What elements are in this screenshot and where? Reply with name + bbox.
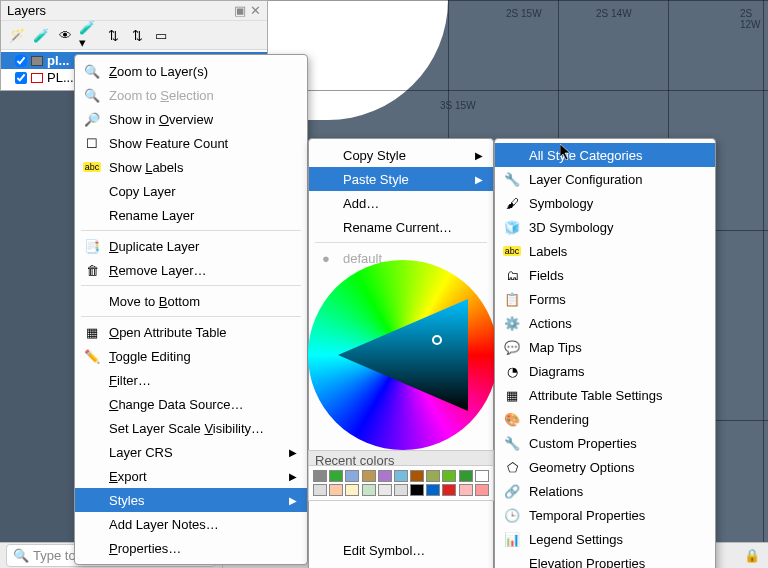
menu-item-filter[interactable]: Filter… (75, 368, 307, 392)
layer-visibility-checkbox[interactable] (15, 72, 27, 84)
menu-item-zoom-to-layer-s[interactable]: 🔍Zoom to Layer(s) (75, 59, 307, 83)
filter-icon[interactable]: 🧪 (31, 25, 51, 45)
layer-swatch (31, 56, 43, 66)
menu-item-paste-style[interactable]: Paste Style▶ (309, 167, 493, 191)
color-swatch[interactable] (475, 470, 489, 482)
abc-icon: abc (83, 158, 101, 176)
color-swatch[interactable] (313, 484, 327, 496)
menu-item-styles[interactable]: Styles▶ (75, 488, 307, 512)
color-swatch[interactable] (426, 470, 440, 482)
menu-item-label: Labels (529, 244, 705, 259)
color-swatch[interactable] (410, 470, 424, 482)
map-label: 3S 15W (440, 100, 476, 111)
layer-swatch (31, 73, 43, 83)
menu-item-map-tips[interactable]: 💬Map Tips (495, 335, 715, 359)
color-swatch[interactable] (329, 484, 343, 496)
move2-icon[interactable]: ⇅ (127, 25, 147, 45)
color-swatch[interactable] (394, 470, 408, 482)
submenu-arrow-icon: ▶ (289, 447, 297, 458)
menu-item-3d-symbology[interactable]: 🧊3D Symbology (495, 215, 715, 239)
color-swatch[interactable] (442, 470, 456, 482)
filter2-icon[interactable]: 🧪▾ (79, 25, 99, 45)
sel-icon[interactable]: ▭ (151, 25, 171, 45)
menu-item-geometry-options[interactable]: ⬠Geometry Options (495, 455, 715, 479)
menu-item-label: Styles (109, 493, 281, 508)
menu-item-custom-properties[interactable]: 🔧Custom Properties (495, 431, 715, 455)
color-swatch[interactable] (459, 470, 473, 482)
blank-icon (503, 554, 521, 568)
menu-item-all-style-categories[interactable]: All Style Categories (495, 143, 715, 167)
menu-item-label: Change Data Source… (109, 397, 297, 412)
blank-icon (83, 467, 101, 485)
panel-close-icons[interactable]: ▣ ✕ (234, 3, 261, 18)
move1-icon[interactable]: ⇅ (103, 25, 123, 45)
menu-item-symbology[interactable]: 🖌Symbology (495, 191, 715, 215)
color-swatch[interactable] (329, 470, 343, 482)
color-swatch[interactable] (394, 484, 408, 496)
color-swatch[interactable] (313, 470, 327, 482)
table-icon: ▦ (503, 386, 521, 404)
menu-item-label: Rename Layer (109, 208, 297, 223)
menu-item-actions[interactable]: ⚙️Actions (495, 311, 715, 335)
color-swatch[interactable] (362, 484, 376, 496)
color-swatch[interactable] (378, 470, 392, 482)
menu-item-layer-configuration[interactable]: 🔧Layer Configuration (495, 167, 715, 191)
color-swatch[interactable] (362, 470, 376, 482)
menu-item-edit-symbol[interactable]: Edit Symbol… (309, 538, 493, 562)
menu-item-change-data-source[interactable]: Change Data Source… (75, 392, 307, 416)
menu-item-add[interactable]: Add… (309, 191, 493, 215)
menu-item-labels[interactable]: abcLabels (495, 239, 715, 263)
menu-item-rename-layer[interactable]: Rename Layer (75, 203, 307, 227)
menu-item-move-to-bottom[interactable]: Move to Bottom (75, 289, 307, 313)
dup-icon: 📑 (83, 237, 101, 255)
menu-item-toggle-editing[interactable]: ✏️Toggle Editing (75, 344, 307, 368)
menu-item-forms[interactable]: 📋Forms (495, 287, 715, 311)
menu-item-copy-symbol[interactable]: Copy Symbol (309, 562, 493, 568)
color-triangle[interactable] (338, 299, 468, 411)
menu-item-rendering[interactable]: 🎨Rendering (495, 407, 715, 431)
color-indicator[interactable] (432, 335, 442, 345)
color-swatch[interactable] (345, 470, 359, 482)
menu-item-rename-current[interactable]: Rename Current… (309, 215, 493, 239)
color-wheel[interactable] (308, 260, 498, 450)
lock-icon: 🔒 (736, 548, 768, 563)
menu-item-label: All Style Categories (529, 148, 705, 163)
menu-item-duplicate-layer[interactable]: 📑Duplicate Layer (75, 234, 307, 258)
layers-toolbar: 🪄🧪👁🧪▾⇅⇅▭ (1, 21, 267, 50)
menu-item-remove-layer[interactable]: 🗑Remove Layer… (75, 258, 307, 282)
menu-item-legend-settings[interactable]: 📊Legend Settings (495, 527, 715, 551)
clock-icon: 🕒 (503, 506, 521, 524)
layer-visibility-checkbox[interactable] (15, 55, 27, 67)
menu-item-add-layer-notes[interactable]: Add Layer Notes… (75, 512, 307, 536)
color-swatch[interactable] (426, 484, 440, 496)
menu-item-properties[interactable]: Properties… (75, 536, 307, 560)
pivot-icon[interactable]: 👁 (55, 25, 75, 45)
menu-item-label: Add… (343, 196, 483, 211)
menu-item-copy-style[interactable]: Copy Style▶ (309, 143, 493, 167)
menu-item-attribute-table-settings[interactable]: ▦Attribute Table Settings (495, 383, 715, 407)
color-swatch[interactable] (475, 484, 489, 496)
layer-context-menu: 🔍Zoom to Layer(s)🔍Zoom to Selection🔎Show… (74, 54, 308, 565)
menu-item-fields[interactable]: 🗂Fields (495, 263, 715, 287)
menu-item-elevation-properties[interactable]: Elevation Properties (495, 551, 715, 568)
menu-item-layer-crs[interactable]: Layer CRS▶ (75, 440, 307, 464)
menu-item-diagrams[interactable]: ◔Diagrams (495, 359, 715, 383)
menu-item-copy-layer[interactable]: Copy Layer (75, 179, 307, 203)
color-swatch[interactable] (410, 484, 424, 496)
menu-item-label: Copy Layer (109, 184, 297, 199)
wand-icon[interactable]: 🪄 (7, 25, 27, 45)
color-swatch[interactable] (378, 484, 392, 496)
menu-item-label: Fields (529, 268, 705, 283)
menu-item-show-feature-count[interactable]: ☐Show Feature Count (75, 131, 307, 155)
menu-item-show-in-overview[interactable]: 🔎Show in Overview (75, 107, 307, 131)
color-swatch[interactable] (345, 484, 359, 496)
menu-item-relations[interactable]: 🔗Relations (495, 479, 715, 503)
menu-item-temporal-properties[interactable]: 🕒Temporal Properties (495, 503, 715, 527)
menu-item-open-attribute-table[interactable]: ▦Open Attribute Table (75, 320, 307, 344)
menu-item-set-layer-scale-visibility[interactable]: Set Layer Scale Visibility… (75, 416, 307, 440)
menu-item-export[interactable]: Export▶ (75, 464, 307, 488)
color-swatch[interactable] (459, 484, 473, 496)
color-swatch[interactable] (442, 484, 456, 496)
mag-icon: 🔍 (83, 62, 101, 80)
menu-item-show-labels[interactable]: abcShow Labels (75, 155, 307, 179)
